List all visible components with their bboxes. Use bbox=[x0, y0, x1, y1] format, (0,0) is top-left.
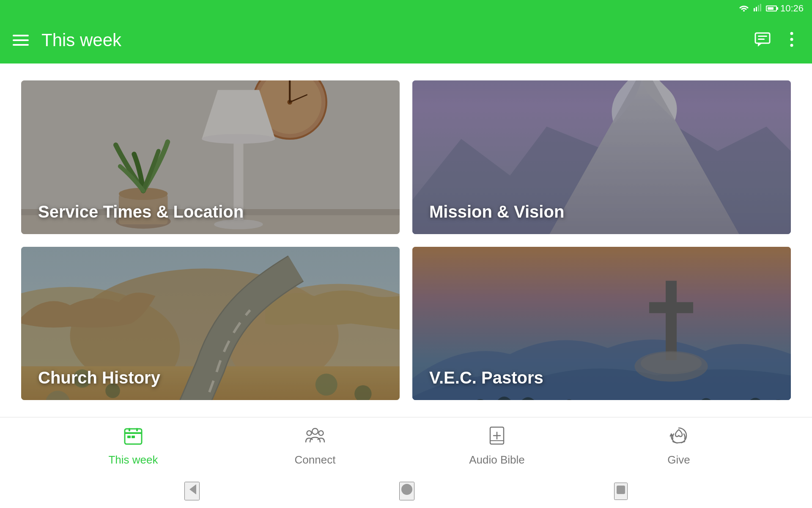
nav-this-week-label: This week bbox=[108, 453, 158, 467]
svg-point-8 bbox=[790, 32, 793, 35]
card-vec-pastors[interactable]: V.E.C. Pastors bbox=[412, 247, 791, 400]
nav-give[interactable]: Give bbox=[645, 425, 713, 467]
card-pastors-label: V.E.C. Pastors bbox=[412, 356, 791, 400]
home-button[interactable] bbox=[399, 482, 414, 500]
svg-point-56 bbox=[307, 431, 312, 435]
nav-connect[interactable]: Connect bbox=[281, 425, 349, 467]
card-service-label: Service Times & Location bbox=[21, 190, 400, 234]
app-title: This week bbox=[41, 30, 741, 50]
back-button[interactable] bbox=[184, 482, 200, 500]
svg-rect-5 bbox=[758, 36, 767, 37]
recent-button[interactable] bbox=[614, 483, 628, 500]
people-icon bbox=[305, 425, 325, 450]
svg-rect-65 bbox=[617, 486, 625, 494]
book-plus-icon bbox=[487, 425, 507, 450]
svg-marker-7 bbox=[758, 43, 762, 47]
svg-point-55 bbox=[312, 428, 318, 434]
main-content: Service Times & Location bbox=[0, 64, 812, 417]
svg-rect-6 bbox=[758, 39, 765, 40]
card-mission-vision[interactable]: Mission & Vision bbox=[412, 80, 791, 234]
svg-point-57 bbox=[319, 431, 324, 435]
calendar-icon bbox=[123, 425, 143, 450]
give-icon bbox=[669, 425, 689, 450]
sys-nav bbox=[0, 474, 812, 508]
svg-rect-52 bbox=[136, 428, 138, 431]
more-options-icon[interactable] bbox=[784, 30, 799, 50]
status-icons: 10:26 bbox=[739, 3, 804, 14]
card-mission-label: Mission & Vision bbox=[412, 190, 791, 234]
nav-audio-bible[interactable]: Audio Bible bbox=[463, 425, 531, 467]
svg-marker-63 bbox=[189, 484, 196, 494]
svg-rect-4 bbox=[755, 33, 770, 43]
nav-give-label: Give bbox=[667, 453, 690, 467]
nav-audio-bible-label: Audio Bible bbox=[469, 453, 525, 467]
svg-rect-51 bbox=[129, 428, 130, 431]
svg-rect-54 bbox=[132, 436, 135, 438]
signal-icon bbox=[752, 4, 763, 13]
app-bar: This week bbox=[0, 17, 812, 64]
svg-rect-50 bbox=[125, 432, 142, 434]
card-church-history[interactable]: Church History bbox=[21, 247, 400, 400]
svg-rect-0 bbox=[754, 8, 755, 11]
card-history-label: Church History bbox=[21, 356, 400, 400]
bottom-nav: This week Connect Audio B bbox=[0, 417, 812, 474]
wifi-icon bbox=[739, 4, 749, 13]
hamburger-menu-button[interactable] bbox=[13, 35, 29, 46]
status-bar: 10:26 bbox=[0, 0, 812, 17]
svg-rect-2 bbox=[758, 5, 759, 11]
svg-rect-1 bbox=[756, 7, 757, 11]
nav-this-week[interactable]: This week bbox=[99, 425, 167, 467]
svg-point-9 bbox=[790, 38, 793, 41]
svg-point-10 bbox=[790, 44, 793, 47]
app-bar-actions bbox=[754, 30, 799, 50]
svg-rect-53 bbox=[127, 436, 131, 438]
card-service-times[interactable]: Service Times & Location bbox=[21, 80, 400, 234]
chat-icon[interactable] bbox=[754, 30, 771, 50]
svg-point-64 bbox=[401, 484, 412, 495]
status-time: 10:26 bbox=[780, 3, 804, 14]
battery-icon bbox=[766, 6, 777, 11]
nav-connect-label: Connect bbox=[295, 453, 336, 467]
svg-rect-3 bbox=[760, 4, 761, 11]
